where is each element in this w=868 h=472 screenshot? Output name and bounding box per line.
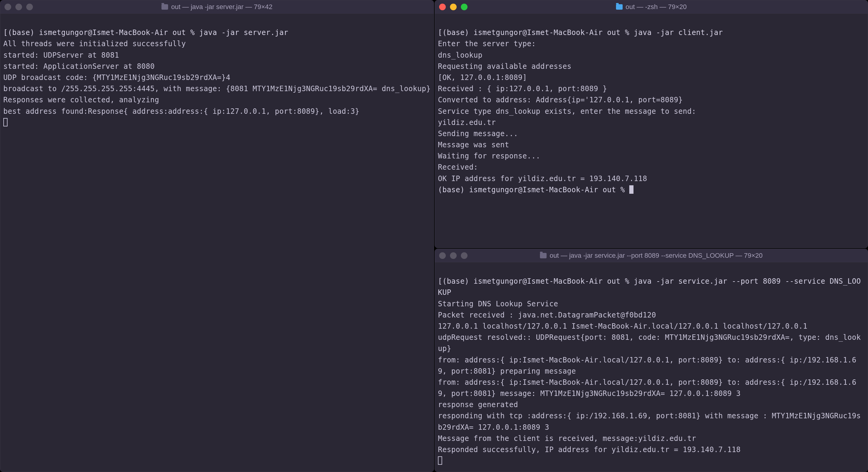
window-title: out — java -jar server.jar — 79×42 [0,3,434,11]
terminal-line: from: address:{ ip:Ismet-MacBook-Air.loc… [438,356,856,375]
terminal-line: 127.0.0.1 localhost/127.0.0.1 Ismet-MacB… [438,322,807,331]
desktop: out — java -jar server.jar — 79×42 [(bas… [0,0,868,472]
terminal-line: Message from the client is received, mes… [438,434,696,443]
terminal-window-client[interactable]: out — -zsh — 79×20 [(base) ismetgungor@I… [435,0,868,248]
terminal-line: Sending message... [438,129,518,138]
terminal-line: Starting DNS Lookup Service [438,300,558,308]
terminal-line: UDP broadcast code: {MTY1MzE1Njg3NGRuc19… [3,73,230,82]
terminal-line: Received : { ip:127.0.0.1, port:8089 } [438,85,607,93]
minimize-icon[interactable] [450,4,457,10]
titlebar[interactable]: out — java -jar service.jar --port 8089 … [435,249,868,262]
terminal-line: Responses were collected, analyzing [3,96,159,104]
terminal-line: Waiting for response... [438,152,540,160]
folder-icon [616,4,623,10]
terminal-line: response generated [438,401,518,409]
terminal-line: Converted to address: Address{ip='127.0.… [438,96,683,104]
cursor-icon [438,456,442,465]
window-title-text: out — -zsh — 79×20 [626,3,687,11]
terminal-line: [(base) ismetgungor@Ismet-MacBook-Air ou… [3,28,288,37]
terminal-line: best address found:Response{ address:add… [3,107,360,116]
terminal-line: [(base) ismetgungor@Ismet-MacBook-Air ou… [438,277,861,297]
terminal-line: (base) ismetgungor@Ismet-MacBook-Air out… [438,186,629,194]
terminal-line: Requesting available addresses [438,62,571,71]
terminal-line: Message was sent [438,140,509,149]
terminal-line: Service type dns_lookup exists, enter th… [438,107,696,116]
terminal-line: OK IP address for yildiz.edu.tr = 193.14… [438,175,647,183]
terminal-line: [OK, 127.0.0.1:8089] [438,73,527,82]
close-icon[interactable] [439,252,446,259]
terminal-body[interactable]: [(base) ismetgungor@Ismet-MacBook-Air ou… [0,13,434,472]
terminal-body[interactable]: [(base) ismetgungor@Ismet-MacBook-Air ou… [435,262,868,472]
terminal-line: dns_lookup [438,51,483,59]
cursor-icon [629,185,633,194]
terminal-window-server[interactable]: out — java -jar server.jar — 79×42 [(bas… [0,0,434,472]
terminal-line: Enter the server type: [438,39,536,48]
terminal-line: started: UDPServer at 8081 [3,51,119,59]
window-title: out — -zsh — 79×20 [435,3,868,11]
traffic-lights [4,4,33,10]
window-title-text: out — java -jar service.jar --port 8089 … [550,252,763,259]
terminal-line: udpRequest resolved:: UDPRequest{port: 8… [438,333,861,353]
minimize-icon[interactable] [450,252,457,259]
cursor-icon [3,118,7,126]
close-icon[interactable] [439,4,446,10]
traffic-lights [439,252,467,259]
terminal-line: responding with tcp :address:{ ip:/192.1… [438,412,861,431]
terminal-line: Packet received : java.net.DatagramPacke… [438,311,656,319]
titlebar[interactable]: out — java -jar server.jar — 79×42 [0,0,434,13]
terminal-line: [(base) ismetgungor@Ismet-MacBook-Air ou… [438,28,723,37]
titlebar[interactable]: out — -zsh — 79×20 [435,0,868,13]
zoom-icon[interactable] [461,252,467,259]
terminal-line: Received: [438,163,478,171]
terminal-line: started: ApplicationServer at 8080 [3,62,155,71]
zoom-icon[interactable] [461,4,467,10]
terminal-line: broadcast to /255.255.255.255:4445, with… [3,85,431,93]
minimize-icon[interactable] [16,4,22,10]
close-icon[interactable] [4,4,11,10]
traffic-lights [439,4,467,10]
terminal-line: All threads were initialized successfull… [3,39,186,48]
terminal-line: yildiz.edu.tr [438,118,496,127]
terminal-window-service[interactable]: out — java -jar service.jar --port 8089 … [435,249,868,472]
terminal-body[interactable]: [(base) ismetgungor@Ismet-MacBook-Air ou… [435,13,868,248]
window-title: out — java -jar service.jar --port 8089 … [435,252,868,259]
zoom-icon[interactable] [26,4,33,10]
window-title-text: out — java -jar server.jar — 79×42 [171,3,273,11]
terminal-line: from: address:{ ip:Ismet-MacBook-Air.loc… [438,378,856,398]
terminal-line: Responded successfully, IP address for y… [438,445,741,454]
folder-icon [540,253,547,258]
folder-icon [161,4,168,10]
